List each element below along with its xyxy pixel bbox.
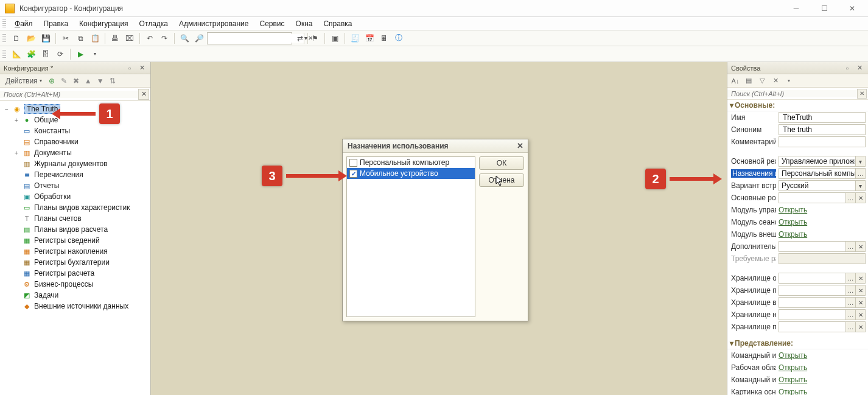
edit-icon[interactable]: ✎: [58, 75, 69, 86]
tree-item[interactable]: +▭Константы: [0, 125, 150, 136]
configuration-panel-pin-icon[interactable]: ▫: [125, 63, 135, 73]
dialog-list[interactable]: Персональный компьютер✔Мобильное устройс…: [346, 156, 475, 317]
configuration-button[interactable]: 🧩: [24, 47, 38, 61]
calculator-button[interactable]: 🖩: [377, 32, 391, 45]
ellipsis-icon[interactable]: …: [845, 242, 855, 251]
tree-expand-icon[interactable]: +: [13, 150, 19, 156]
open-link[interactable]: Открыть: [779, 363, 807, 372]
paste-button[interactable]: 📋: [88, 32, 102, 45]
tree-collapse-icon[interactable]: −: [4, 106, 10, 113]
prop-main-roles-value[interactable]: … ✕: [779, 192, 866, 203]
clear-icon[interactable]: ✕: [855, 285, 865, 295]
tree-root[interactable]: − ◉ The Truth: [0, 103, 150, 114]
menu-windows[interactable]: Окна: [291, 18, 318, 29]
tree-item[interactable]: +▦Регистры расчета: [0, 268, 150, 279]
configuration-search-clear[interactable]: ✕: [138, 89, 149, 100]
dialog-list-item[interactable]: ✔Мобильное устройство: [347, 168, 475, 179]
open-link[interactable]: Открыть: [779, 351, 807, 360]
open-file-button[interactable]: 📂: [24, 32, 38, 45]
tree-item[interactable]: +▣Обработки: [0, 191, 150, 202]
open-link[interactable]: Открыть: [779, 218, 807, 226]
ellipsis-icon[interactable]: …: [845, 310, 855, 320]
properties-search-input[interactable]: [727, 90, 857, 97]
open-link[interactable]: Открыть: [779, 388, 807, 395]
ellipsis-icon[interactable]: …: [845, 322, 855, 332]
tree-item[interactable]: +▤Справочники: [0, 136, 150, 147]
replace-button[interactable]: ⇄: [293, 32, 307, 45]
checkbox-icon[interactable]: [349, 159, 357, 167]
menu-config[interactable]: Конфигурация: [74, 18, 133, 29]
tree-item[interactable]: +●Общие: [0, 114, 150, 125]
menu-edit[interactable]: Правка: [39, 18, 74, 29]
help-button[interactable]: ⓘ: [392, 32, 405, 45]
prop-main-mode-combo[interactable]: Управляемое приложени ▾: [779, 156, 866, 167]
menu-admin[interactable]: Администрирование: [174, 18, 253, 29]
ellipsis-icon[interactable]: …: [845, 273, 855, 283]
prop-assignments-combo[interactable]: Персональный компьюте …: [779, 168, 866, 179]
dialog-titlebar[interactable]: Назначения использования ✕: [343, 139, 528, 153]
tree-item[interactable]: +▤Отчеты: [0, 180, 150, 191]
update-button[interactable]: ⟳: [54, 47, 67, 61]
toolbar-search-input[interactable]: [208, 34, 304, 43]
tree-item[interactable]: +▦Регистры накопления: [0, 246, 150, 257]
print-preview-button[interactable]: ⌧: [123, 32, 136, 45]
tree-item[interactable]: +▦Регистры сведений: [0, 235, 150, 246]
dropdown-icon[interactable]: ▾: [783, 75, 794, 86]
move-down-icon[interactable]: ▼: [95, 75, 106, 86]
clear-icon[interactable]: ✕: [770, 75, 781, 86]
new-file-button[interactable]: 🗋: [10, 32, 23, 45]
tree-item[interactable]: +▤Планы видов расчета: [0, 224, 150, 235]
db-button[interactable]: 🗄: [39, 47, 52, 61]
sort-icon[interactable]: ⇅: [107, 75, 118, 86]
clear-icon[interactable]: ✕: [855, 273, 865, 283]
tree-item[interactable]: +≣Перечисления: [0, 169, 150, 180]
tree-item[interactable]: +ТПланы счетов: [0, 213, 150, 224]
ellipsis-icon[interactable]: …: [845, 193, 855, 203]
ellipsis-icon[interactable]: …: [855, 169, 865, 178]
window-close-button[interactable]: ✕: [839, 1, 866, 16]
dialog-list-item[interactable]: Персональный компьютер: [347, 157, 475, 168]
configuration-panel-close-icon[interactable]: ✕: [137, 63, 147, 73]
actions-menu-button[interactable]: Действия▾: [2, 75, 45, 86]
properties-panel-pin-icon[interactable]: ▫: [842, 63, 852, 73]
checkbox-icon[interactable]: ✔: [349, 170, 357, 178]
copy-button[interactable]: ⧉: [74, 32, 87, 45]
clear-icon[interactable]: ✕: [855, 298, 865, 307]
toolbar-grip-1[interactable]: [2, 34, 6, 43]
tree-expand-icon[interactable]: +: [13, 117, 19, 124]
run-button[interactable]: ▶: [74, 47, 87, 61]
categorize-icon[interactable]: ▤: [743, 75, 754, 86]
dropdown-icon[interactable]: ▾: [855, 156, 865, 166]
prop-comment-input[interactable]: [782, 137, 863, 147]
dialog-cancel-button[interactable]: Отмена: [479, 173, 524, 187]
open-link[interactable]: Открыть: [779, 376, 807, 384]
properties-search-clear[interactable]: ✕: [857, 89, 867, 99]
open-link[interactable]: Открыть: [779, 230, 807, 239]
tree-item[interactable]: +▥Журналы документов: [0, 158, 150, 169]
ellipsis-icon[interactable]: …: [845, 298, 855, 307]
dialog-close-button[interactable]: ✕: [514, 141, 525, 152]
menubar-grip[interactable]: [2, 19, 6, 28]
clear-icon[interactable]: ✕: [855, 322, 865, 332]
open-link[interactable]: Открыть: [779, 206, 807, 214]
properties-section-presentation[interactable]: ▾Представление:: [727, 338, 868, 349]
undo-button[interactable]: ↶: [143, 32, 156, 45]
filter-icon[interactable]: ▽: [757, 75, 768, 86]
dialog-ok-button[interactable]: ОК: [479, 156, 524, 170]
sort-a-icon[interactable]: A↓: [730, 75, 741, 86]
run-dropdown[interactable]: ▾: [88, 47, 102, 61]
cut-button[interactable]: ✂: [59, 32, 72, 45]
clear-icon[interactable]: ✕: [855, 242, 865, 251]
properties-section-main[interactable]: ▾Основные:: [727, 100, 868, 111]
prop-synonym-input[interactable]: [782, 125, 863, 135]
prop-name-input[interactable]: [782, 113, 863, 122]
find-button[interactable]: 🔍: [178, 32, 191, 45]
properties-panel-close-icon[interactable]: ✕: [855, 63, 864, 73]
print-button[interactable]: 🖶: [108, 32, 122, 45]
find-next-button[interactable]: 🔎: [192, 32, 206, 45]
filter-button[interactable]: ⚑: [308, 32, 321, 45]
menu-service[interactable]: Сервис: [254, 18, 289, 29]
tree-item[interactable]: +▭Планы видов характеристик: [0, 202, 150, 213]
tree-item[interactable]: +▦Регистры бухгалтерии: [0, 257, 150, 268]
toolbar-grip-2[interactable]: [2, 50, 6, 58]
